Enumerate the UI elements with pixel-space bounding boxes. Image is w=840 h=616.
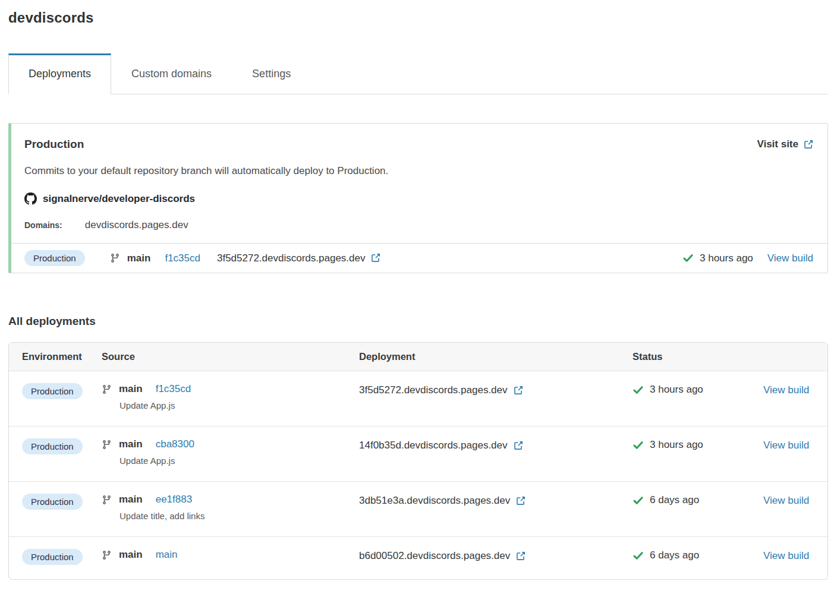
domains-label: Domains: [24, 220, 62, 230]
column-header-environment: Environment [22, 351, 102, 362]
deployment-time: 6 days ago [650, 549, 699, 561]
commit-message: Update title, add links [119, 511, 359, 521]
commit-link[interactable]: main [156, 549, 178, 561]
check-icon [633, 550, 644, 561]
environment-badge: Production [22, 549, 83, 565]
column-header-status: Status [633, 351, 763, 362]
domains-value: devdiscords.pages.dev [85, 219, 188, 231]
commit-link[interactable]: f1c35cd [156, 383, 191, 395]
external-link-icon [515, 496, 526, 506]
tab-custom-domains[interactable]: Custom domains [111, 53, 232, 94]
deployment-time: 3 hours ago [700, 252, 753, 264]
table-header: Environment Source Deployment Status [9, 343, 828, 371]
commit-link[interactable]: cba8300 [156, 438, 194, 450]
git-branch-icon [102, 550, 112, 560]
repo-name: signalnerve/developer-discords [43, 193, 195, 205]
all-deployments-heading: All deployments [8, 315, 828, 328]
deployment-url: 14f0b35d.devdiscords.pages.dev [359, 440, 508, 451]
environment-badge: Production [22, 494, 83, 510]
view-build-link[interactable]: View build [763, 495, 809, 506]
deployment-url: b6d00502.devdiscords.pages.dev [359, 550, 510, 562]
external-link-icon [513, 441, 523, 451]
environment-badge: Production [22, 383, 83, 399]
deployment-url-link[interactable]: 14f0b35d.devdiscords.pages.dev [359, 440, 523, 451]
deployment-url: 3db51e3a.devdiscords.pages.dev [359, 495, 510, 507]
deployment-url: 3f5d5272.devdiscords.pages.dev [359, 384, 508, 396]
branch-name: main [119, 494, 143, 506]
git-branch-icon [102, 495, 112, 505]
external-link-icon [370, 253, 380, 263]
visit-site-link[interactable]: Visit site [757, 138, 813, 150]
environment-badge: Production [22, 438, 83, 454]
production-deployment-row: Production main f1c35cd 3f5d5272.devdisc… [11, 243, 828, 273]
github-icon [24, 192, 37, 205]
check-icon [633, 495, 644, 506]
production-card: Production Visit site Commits to your de… [8, 123, 828, 273]
view-build-link[interactable]: View build [767, 252, 813, 264]
external-link-icon [803, 140, 813, 150]
commit-link[interactable]: f1c35cd [165, 252, 200, 264]
check-icon [633, 384, 644, 396]
deployment-time: 3 hours ago [650, 384, 703, 396]
deployment-time: 6 days ago [650, 494, 699, 506]
column-header-deployment: Deployment [359, 351, 633, 362]
visit-site-label: Visit site [757, 138, 798, 150]
deployment-url: 3f5d5272.devdiscords.pages.dev [217, 252, 366, 264]
tab-bar: Deployments Custom domains Settings [8, 53, 828, 94]
git-branch-icon [102, 440, 112, 450]
page-title: devdiscords [8, 10, 828, 26]
deployment-url-link[interactable]: 3f5d5272.devdiscords.pages.dev [359, 384, 523, 396]
branch-name: main [119, 438, 143, 450]
tab-settings[interactable]: Settings [232, 53, 311, 94]
tab-deployments[interactable]: Deployments [8, 53, 111, 94]
branch-name: main [119, 383, 143, 395]
external-link-icon [515, 551, 526, 561]
deployment-url-link[interactable]: b6d00502.devdiscords.pages.dev [359, 550, 526, 562]
deployments-table: Environment Source Deployment Status Pro… [8, 342, 828, 580]
production-description: Commits to your default repository branc… [24, 165, 813, 177]
production-heading: Production [24, 138, 84, 151]
table-row: Production main main b6d00502.devdiscord… [9, 536, 828, 579]
table-row: Production main f1c35cd Update App.js 3f… [9, 371, 828, 426]
view-build-link[interactable]: View build [763, 440, 809, 451]
check-icon [682, 252, 694, 264]
check-icon [633, 440, 644, 451]
branch-name: main [119, 549, 143, 561]
deployment-url-link[interactable]: 3f5d5272.devdiscords.pages.dev [217, 252, 381, 264]
view-build-link[interactable]: View build [763, 550, 809, 561]
branch-name: main [127, 252, 151, 264]
view-build-link[interactable]: View build [763, 384, 809, 396]
commit-message: Update App.js [119, 400, 359, 410]
git-branch-icon [110, 253, 120, 263]
table-row: Production main cba8300 Update App.js 14… [9, 426, 828, 481]
git-branch-icon [102, 384, 112, 394]
environment-badge: Production [24, 250, 85, 266]
table-row: Production main ee1f883 Update title, ad… [9, 481, 828, 536]
external-link-icon [513, 386, 523, 396]
deployment-time: 3 hours ago [650, 439, 703, 451]
commit-message: Update App.js [119, 456, 359, 466]
deployment-url-link[interactable]: 3db51e3a.devdiscords.pages.dev [359, 495, 526, 507]
commit-link[interactable]: ee1f883 [156, 494, 192, 506]
column-header-source: Source [102, 351, 359, 362]
